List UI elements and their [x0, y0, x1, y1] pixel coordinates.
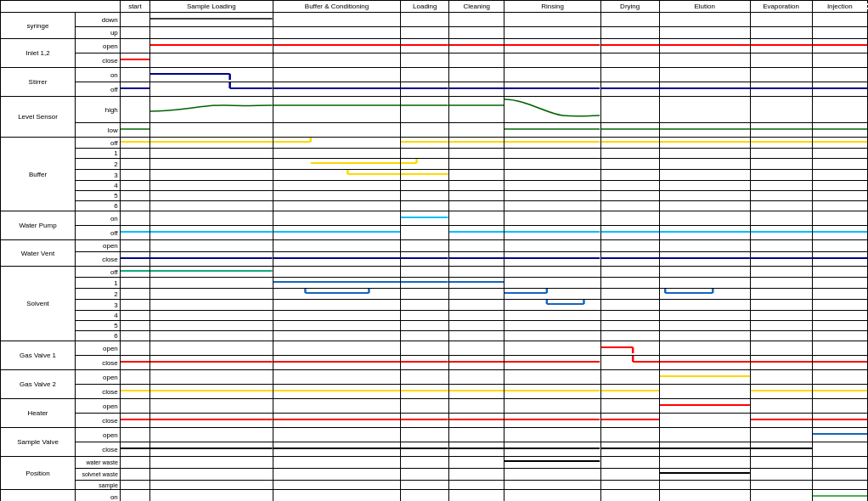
- position-label: Position: [1, 457, 76, 490]
- water-pump-on-label: on: [76, 211, 121, 226]
- buffer-6-label: 6: [76, 201, 121, 211]
- timing-diagram: start Sample Loading Buffer & Conditioni…: [0, 0, 868, 501]
- buffer-off-label: off: [76, 138, 121, 149]
- stirrer-row-on: Stirrer on: [1, 68, 868, 82]
- water-vent-row-open: Water Vent open: [1, 240, 868, 252]
- phase-header-row: start Sample Loading Buffer & Conditioni…: [1, 1, 868, 13]
- buffer-row-1: 1: [1, 149, 868, 159]
- level-sensor-row-low: low: [1, 123, 868, 138]
- sample-valve-label: Sample Valve: [1, 428, 76, 457]
- gas-valve1-row-open: Gas Valve 1 open: [1, 341, 868, 356]
- solvent-row-5: 5: [1, 321, 868, 331]
- solvent-1-label: 1: [76, 278, 121, 289]
- level-low-label: low: [76, 123, 121, 138]
- sample-valve-row-open: Sample Valve open: [1, 428, 868, 442]
- level-sensor-label: Level Sensor: [1, 97, 76, 138]
- stirrer-off-label: off: [76, 82, 121, 97]
- water-pump-label: Water Pump: [1, 211, 76, 240]
- sample-valve-open-label: open: [76, 428, 121, 442]
- solvent-row-6: 6: [1, 331, 868, 341]
- water-pump-off-label: off: [76, 226, 121, 240]
- buffer-row-2: 2: [1, 159, 868, 170]
- header-cleaning: Cleaning: [449, 1, 504, 13]
- water-vent-label: Water Vent: [1, 240, 76, 267]
- syringe-row-up: up: [1, 27, 868, 39]
- gas-valve1-close-label: close: [76, 356, 121, 370]
- level-sensor-row-high: Level Sensor high: [1, 97, 868, 123]
- gas-valve2-label: Gas Valve 2: [1, 370, 76, 399]
- gas-valve2-row-open: Gas Valve 2 open: [1, 370, 868, 385]
- header-rinsing: Rinsing: [504, 1, 600, 13]
- water-vent-row-close: close: [1, 252, 868, 267]
- solvent-5-label: 5: [76, 321, 121, 331]
- header-drying: Drying: [600, 1, 659, 13]
- syringe-row-down: syringe down: [1, 13, 868, 27]
- position-solvent-label: solvnet waste: [76, 469, 121, 481]
- solvent-label: Solvent: [1, 267, 76, 341]
- solvent-row-off: Solvent off: [1, 267, 868, 278]
- gas-valve1-open-label: open: [76, 341, 121, 356]
- solvent-off-label: off: [76, 267, 121, 278]
- gas-valve1-label: Gas Valve 1: [1, 341, 76, 370]
- solvent-3-label: 3: [76, 300, 121, 311]
- sensor-label: Sensor: [1, 490, 76, 502]
- sample-valve-row-close: close: [1, 442, 868, 457]
- buffer-row-off: Buffer off: [1, 138, 868, 149]
- solvent-2-label: 2: [76, 289, 121, 300]
- inlet-close-label: close: [76, 53, 121, 68]
- buffer-row-3: 3: [1, 170, 868, 181]
- gas-valve2-open-label: open: [76, 370, 121, 385]
- solvent-row-2: 2: [1, 289, 868, 300]
- chart-container: start Sample Loading Buffer & Conditioni…: [0, 0, 868, 501]
- header-elution: Elution: [659, 1, 750, 13]
- syringe-down-label: down: [76, 13, 121, 27]
- header-start: start: [120, 1, 149, 13]
- buffer-row-6: 6: [1, 201, 868, 211]
- syringe-up-label: up: [76, 27, 121, 39]
- heater-row-close: close: [1, 414, 868, 428]
- buffer-row-5: 5: [1, 191, 868, 201]
- position-sample-label: sample: [76, 481, 121, 490]
- header-loading: Loading: [401, 1, 449, 13]
- header-inject: Injection: [812, 1, 867, 13]
- inlet-row-close: close: [1, 53, 868, 68]
- position-row-sample: sample: [1, 481, 868, 490]
- gas-valve2-row-close: close: [1, 385, 868, 399]
- sensor-on-label: on: [76, 490, 121, 502]
- position-row-solvent: solvnet waste: [1, 469, 868, 481]
- buffer-3-label: 3: [76, 170, 121, 181]
- buffer-2-label: 2: [76, 159, 121, 170]
- solvent-4-label: 4: [76, 311, 121, 321]
- position-water-label: water waste: [76, 457, 121, 469]
- heater-close-label: close: [76, 414, 121, 428]
- header-buffer: Buffer & Conditioning: [273, 1, 401, 13]
- stirrer-row-off: off: [1, 82, 868, 97]
- buffer-4-label: 4: [76, 181, 121, 191]
- inlet-label: Inlet 1,2: [1, 39, 76, 68]
- stirrer-on-label: on: [76, 68, 121, 82]
- water-vent-close-label: close: [76, 252, 121, 267]
- gas-valve2-close-label: close: [76, 385, 121, 399]
- header-sample: Sample Loading: [150, 1, 273, 13]
- solvent-row-3: 3: [1, 300, 868, 311]
- level-high-label: high: [76, 97, 121, 123]
- inlet-row-open: Inlet 1,2 open: [1, 39, 868, 53]
- buffer-1-label: 1: [76, 149, 121, 159]
- syringe-label: syringe: [1, 13, 76, 39]
- heater-label: Heater: [1, 399, 76, 428]
- sample-valve-close-label: close: [76, 442, 121, 457]
- heater-row-open: Heater open: [1, 399, 868, 414]
- header-evap: Evaporation: [750, 1, 812, 13]
- buffer-5-label: 5: [76, 191, 121, 201]
- gas-valve1-row-close: close: [1, 356, 868, 370]
- position-row-water: Position water waste: [1, 457, 868, 469]
- stirrer-label: Stirrer: [1, 68, 76, 97]
- buffer-row-4: 4: [1, 181, 868, 191]
- buffer-label: Buffer: [1, 138, 76, 211]
- empty-header: [1, 1, 121, 13]
- solvent-row-1: 1: [1, 278, 868, 289]
- solvent-6-label: 6: [76, 331, 121, 341]
- solvent-row-4: 4: [1, 311, 868, 321]
- heater-open-label: open: [76, 399, 121, 414]
- water-pump-row-on: Water Pump on: [1, 211, 868, 226]
